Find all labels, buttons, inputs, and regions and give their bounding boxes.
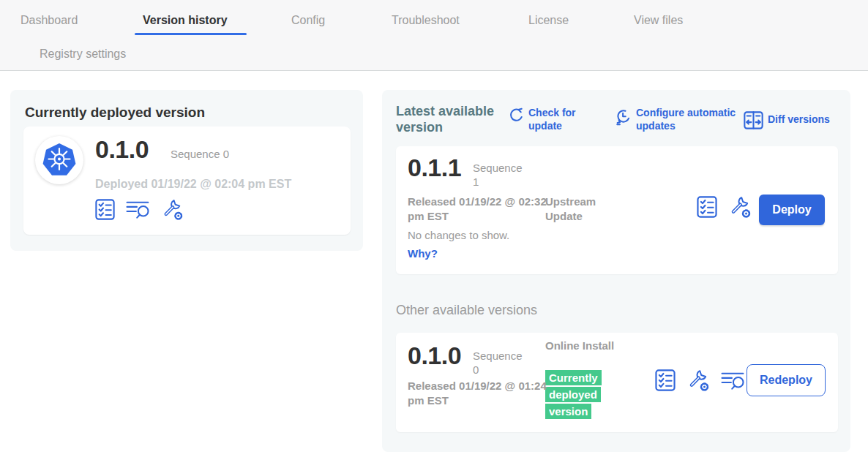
- no-changes-text: No changes to show.: [408, 229, 509, 241]
- deployed-version-row: 0.1.0 Sequence 0 Deployed 01/19/22 @ 02:…: [23, 127, 351, 235]
- other-version-source: Online Install: [545, 339, 618, 353]
- edit-config-icon[interactable]: [728, 195, 752, 219]
- available-updates-panel: Latest available version Check for updat…: [382, 90, 850, 452]
- tab-license[interactable]: License: [528, 14, 569, 27]
- version-history-page: Dashboard Version history Config Trouble…: [0, 0, 868, 468]
- preflight-checks-icon[interactable]: [655, 369, 676, 391]
- why-link[interactable]: Why?: [408, 247, 438, 260]
- configure-automatic-updates-label: Configure automatic updates: [636, 107, 738, 132]
- edit-config-icon[interactable]: [161, 198, 184, 221]
- tab-config[interactable]: Config: [291, 14, 325, 27]
- tab-troubleshoot[interactable]: Troubleshoot: [392, 14, 460, 27]
- currently-deployed-card: Currently deployed version 0.1.0 Sequenc…: [10, 90, 363, 251]
- latest-released-timestamp: Released 01/19/22 @ 02:32 pm EST: [408, 195, 548, 223]
- edit-config-icon[interactable]: [686, 369, 710, 392]
- latest-version-source: Upstream Update: [545, 195, 618, 223]
- diff-versions-label: Diff versions: [768, 113, 830, 127]
- other-version-card: 0.1.0 Sequence 0 Online Install Currentl…: [396, 333, 838, 432]
- diff-versions-link[interactable]: Diff versions: [744, 110, 830, 129]
- deploy-logs-icon[interactable]: [126, 200, 150, 219]
- other-sequence-label: Sequence 0: [473, 350, 530, 377]
- check-for-update-label: Check for update: [528, 107, 591, 132]
- currently-deployed-badge: Currently deployed version: [545, 369, 614, 420]
- deploy-button[interactable]: Deploy: [759, 195, 825, 225]
- tab-dashboard[interactable]: Dashboard: [20, 14, 78, 27]
- latest-version-card: 0.1.1 Sequence 1 Released 01/19/22 @ 02:…: [396, 146, 838, 274]
- diff-icon: [744, 111, 763, 129]
- other-version-number: 0.1.0: [408, 341, 461, 370]
- deployed-sequence-label: Sequence 0: [171, 148, 229, 160]
- deployed-version-actions: [95, 198, 184, 221]
- preflight-checks-icon[interactable]: [697, 196, 717, 218]
- other-released-timestamp: Released 01/19/22 @ 01:24 pm EST: [408, 379, 548, 407]
- tab-view-files[interactable]: View files: [634, 14, 683, 27]
- deploy-logs-icon[interactable]: [721, 371, 745, 390]
- auto-update-clock-icon: [615, 107, 632, 126]
- app-icon-badge: [35, 136, 83, 184]
- other-version-actions: [655, 369, 745, 392]
- deployed-version-number: 0.1.0: [95, 135, 149, 164]
- latest-available-title: Latest available version: [396, 104, 500, 136]
- latest-version-actions: [697, 195, 752, 219]
- currently-deployed-title: Currently deployed version: [25, 105, 205, 121]
- deployed-timestamp: Deployed 01/19/22 @ 02:04 pm EST: [95, 178, 291, 191]
- latest-sequence-label: Sequence 1: [473, 162, 530, 189]
- top-navbar: Dashboard Version history Config Trouble…: [0, 0, 868, 71]
- latest-version-number: 0.1.1: [408, 154, 461, 182]
- currently-deployed-badge-text: Currently deployed version: [545, 370, 602, 419]
- active-tab-underline: [135, 33, 247, 35]
- kubernetes-logo-icon: [42, 143, 77, 178]
- preflight-checks-icon[interactable]: [95, 199, 115, 220]
- tab-version-history[interactable]: Version history: [143, 14, 228, 27]
- check-for-update-link[interactable]: Check for update: [509, 107, 591, 132]
- configure-automatic-updates-link[interactable]: Configure automatic updates: [615, 107, 738, 132]
- tab-registry-settings[interactable]: Registry settings: [40, 48, 126, 61]
- refresh-icon: [509, 107, 524, 123]
- redeploy-button[interactable]: Redeploy: [747, 364, 826, 396]
- other-available-versions-title: Other available versions: [396, 303, 537, 318]
